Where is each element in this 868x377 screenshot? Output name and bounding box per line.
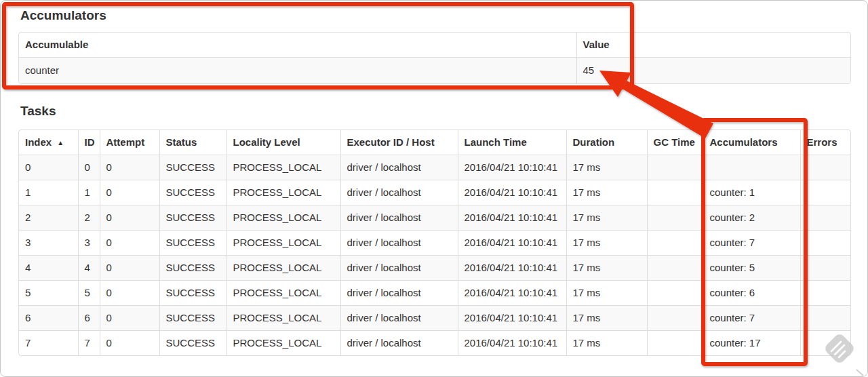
cell-accumulators: counter: 5: [703, 255, 800, 280]
cell-accumulators: counter: 17: [703, 330, 800, 355]
cell-errors: [800, 305, 850, 330]
column-header-index[interactable]: Index▲: [19, 130, 78, 155]
column-header-attempt[interactable]: Attempt: [100, 130, 159, 155]
task-row: 660SUCCESSPROCESS_LOCALdriver / localhos…: [19, 305, 850, 330]
cell-errors: [800, 205, 850, 230]
cell-gc-time: [647, 280, 703, 305]
cell-index: 3: [19, 230, 78, 255]
cell-duration: 17 ms: [566, 330, 647, 355]
cell-launch-time: 2016/04/21 10:10:41: [458, 230, 566, 255]
task-row: 110SUCCESSPROCESS_LOCALdriver / localhos…: [19, 180, 850, 205]
sort-asc-icon: ▲: [57, 139, 64, 146]
column-header-duration[interactable]: Duration: [566, 130, 647, 155]
cell-duration: 17 ms: [566, 230, 647, 255]
cell-errors: [800, 155, 850, 180]
column-header-accumulable: Accumulable: [19, 33, 576, 57]
task-row: 770SUCCESSPROCESS_LOCALdriver / localhos…: [19, 330, 850, 355]
column-header-id[interactable]: ID: [78, 130, 100, 155]
cell-launch-time: 2016/04/21 10:10:41: [458, 255, 566, 280]
cell-status: SUCCESS: [159, 230, 226, 255]
cell-duration: 17 ms: [566, 255, 647, 280]
column-header-value: Value: [576, 33, 850, 57]
cell-launch-time: 2016/04/21 10:10:41: [458, 205, 566, 230]
cell-status: SUCCESS: [159, 155, 226, 180]
cell-locality: PROCESS_LOCAL: [226, 230, 340, 255]
cell-status: SUCCESS: [159, 305, 226, 330]
cell-duration: 17 ms: [566, 180, 647, 205]
cell-attempt: 0: [100, 280, 159, 305]
cell-id: 3: [78, 230, 100, 255]
column-header-executor-id-host[interactable]: Executor ID / Host: [340, 130, 458, 155]
task-row: 000SUCCESSPROCESS_LOCALdriver / localhos…: [19, 155, 850, 180]
cell-executor: driver / localhost: [340, 180, 458, 205]
cell-attempt: 0: [100, 255, 159, 280]
column-header-launch-time[interactable]: Launch Time: [458, 130, 566, 155]
cell-locality: PROCESS_LOCAL: [226, 205, 340, 230]
cell-launch-time: 2016/04/21 10:10:41: [458, 305, 566, 330]
cell-errors: [800, 230, 850, 255]
cell-locality: PROCESS_LOCAL: [226, 155, 340, 180]
column-header-gc-time[interactable]: GC Time: [647, 130, 703, 155]
cell-duration: 17 ms: [566, 305, 647, 330]
cell-errors: [800, 280, 850, 305]
tasks-section-title: Tasks: [20, 103, 56, 119]
cell-gc-time: [647, 180, 703, 205]
cell-gc-time: [647, 205, 703, 230]
cell-duration: 17 ms: [566, 205, 647, 230]
cell-index: 7: [19, 330, 78, 355]
cell-locality: PROCESS_LOCAL: [226, 330, 340, 355]
cell-index: 1: [19, 180, 78, 205]
cell-status: SUCCESS: [159, 330, 226, 355]
cell-attempt: 0: [100, 180, 159, 205]
cell-id: 5: [78, 280, 100, 305]
cell-index: 5: [19, 280, 78, 305]
cell-attempt: 0: [100, 230, 159, 255]
cell-gc-time: [647, 255, 703, 280]
task-row: 330SUCCESSPROCESS_LOCALdriver / localhos…: [19, 230, 850, 255]
cell-index: 6: [19, 305, 78, 330]
accumulator-row: counter 45: [19, 57, 850, 83]
cell-accumulators: counter: 1: [703, 180, 800, 205]
cell-launch-time: 2016/04/21 10:10:41: [458, 155, 566, 180]
cell-id: 4: [78, 255, 100, 280]
cell-status: SUCCESS: [159, 205, 226, 230]
cell-status: SUCCESS: [159, 180, 226, 205]
cell-gc-time: [647, 330, 703, 355]
cell-duration: 17 ms: [566, 280, 647, 305]
cell-executor: driver / localhost: [340, 305, 458, 330]
accumulators-header-row: Accumulable Value: [19, 33, 850, 57]
accumulable-name-cell: counter: [19, 57, 576, 83]
column-header-accumulators[interactable]: Accumulators: [703, 130, 800, 155]
cell-duration: 17 ms: [566, 155, 647, 180]
column-header-errors[interactable]: Errors: [800, 130, 850, 155]
cell-launch-time: 2016/04/21 10:10:41: [458, 180, 566, 205]
cell-attempt: 0: [100, 155, 159, 180]
cell-status: SUCCESS: [159, 255, 226, 280]
cell-locality: PROCESS_LOCAL: [226, 305, 340, 330]
cell-gc-time: [647, 305, 703, 330]
cell-id: 7: [78, 330, 100, 355]
cell-launch-time: 2016/04/21 10:10:41: [458, 280, 566, 305]
cell-locality: PROCESS_LOCAL: [226, 255, 340, 280]
accumulable-value-cell: 45: [576, 57, 850, 83]
cell-executor: driver / localhost: [340, 330, 458, 355]
cell-index: 0: [19, 155, 78, 180]
column-header-status[interactable]: Status: [159, 130, 226, 155]
cell-accumulators: counter: 2: [703, 205, 800, 230]
cell-errors: [800, 255, 850, 280]
cell-accumulators: counter: 7: [703, 230, 800, 255]
cell-id: 6: [78, 305, 100, 330]
cell-executor: driver / localhost: [340, 155, 458, 180]
column-header-locality-level[interactable]: Locality Level: [226, 130, 340, 155]
cell-accumulators: counter: 7: [703, 305, 800, 330]
accumulators-section-title: Accumulators: [20, 7, 106, 23]
cell-accumulators: counter: 6: [703, 280, 800, 305]
cell-attempt: 0: [100, 205, 159, 230]
cell-index: 2: [19, 205, 78, 230]
cell-executor: driver / localhost: [340, 230, 458, 255]
cell-id: 2: [78, 205, 100, 230]
cell-status: SUCCESS: [159, 280, 226, 305]
task-row: 550SUCCESSPROCESS_LOCALdriver / localhos…: [19, 280, 850, 305]
cell-executor: driver / localhost: [340, 205, 458, 230]
cell-launch-time: 2016/04/21 10:10:41: [458, 330, 566, 355]
